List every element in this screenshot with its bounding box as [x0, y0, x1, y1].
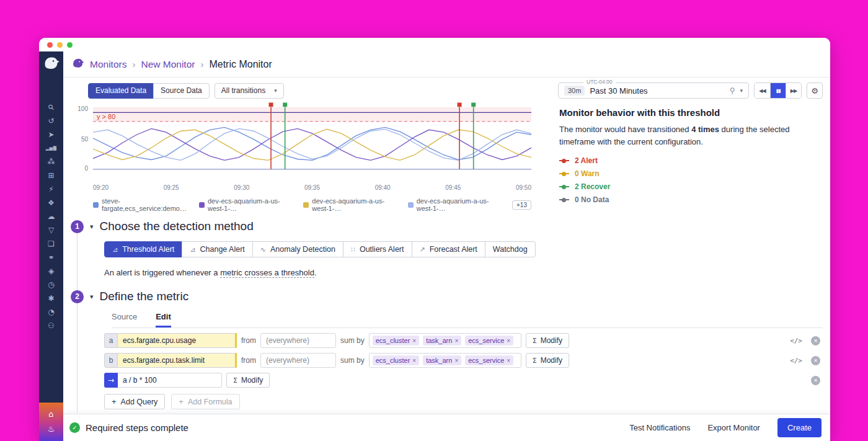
metric-name-input[interactable]: ecs.fargate.cpu.task.limit [118, 353, 237, 368]
legend-item[interactable]: dev-ecs-aquarium-a-us-west-1-… [303, 197, 397, 212]
tabs-divider [112, 327, 823, 328]
x-axis-tick: 09:45 [445, 184, 461, 191]
tab-edit[interactable]: Edit [156, 312, 171, 327]
compliance-icon[interactable]: ◷ [39, 278, 63, 292]
datadog-logo[interactable] [43, 56, 60, 73]
tab-source[interactable]: Source [112, 312, 137, 327]
sigma-icon: Σ [533, 357, 537, 365]
legend-swatch [93, 202, 99, 208]
infrastructure-icon[interactable]: ☁ [39, 210, 63, 223]
tag-chip[interactable]: ecs_cluster× [373, 355, 419, 365]
breadcrumb-separator-icon: › [132, 59, 135, 69]
collapse-chevron-icon[interactable]: ▾ [90, 293, 94, 301]
threshold-icon: ⊿ [112, 246, 118, 254]
legend-swatch [199, 202, 205, 208]
create-button[interactable]: Create [777, 418, 822, 437]
legend-item[interactable]: dev-ecs-aquarium-a-us-west-1-… [408, 197, 502, 212]
tag-chip[interactable]: task_arn× [423, 336, 461, 345]
modify-button[interactable]: ΣModify [526, 333, 569, 348]
timeframe-selector[interactable]: UTC-04:00 30m Past 30 Minutes ⚲ ▾ [558, 82, 749, 99]
tab-threshold-alert[interactable]: ⊿Threshold Alert [104, 241, 182, 257]
section-title: Define the metric [100, 290, 189, 303]
metric-editor-tabs: Source Edit [112, 312, 823, 327]
pause-button[interactable]: ▮▮ [770, 83, 786, 98]
tab-anomaly-detection[interactable]: ∿Anomaly Detection [252, 241, 343, 257]
remove-tag-icon[interactable]: × [454, 357, 458, 364]
tab-watchdog[interactable]: Watchdog [485, 241, 536, 257]
legend-more-button[interactable]: +13 [512, 200, 531, 210]
detection-method-tabs: ⊿Threshold Alert ⊿Change Alert ∿Anomaly … [104, 241, 536, 257]
dashboards-icon[interactable]: ▂▅▇ [39, 141, 63, 155]
remove-tag-icon[interactable]: × [412, 337, 416, 344]
code-icon[interactable]: </> [790, 337, 802, 345]
chart-canvas[interactable] [93, 102, 531, 183]
modify-button[interactable]: ΣModify [526, 353, 569, 368]
add-formula-button[interactable]: +Add Formula [171, 394, 239, 409]
from-label: from [241, 356, 256, 365]
scope-input[interactable]: (everywhere) [260, 333, 336, 348]
step-number-badge: 1 [71, 220, 84, 233]
window-minimize-button[interactable] [57, 42, 63, 48]
pin-icon[interactable]: ⚲ [730, 86, 735, 95]
breadcrumb: Monitors › New Monitor › Metric Monitor [63, 51, 830, 78]
window-zoom-button[interactable] [67, 42, 73, 48]
ci-icon[interactable]: ❏ [39, 237, 63, 251]
events-icon[interactable]: ➤ [39, 128, 63, 141]
modify-button[interactable]: ΣModify [226, 373, 270, 388]
synthetics-icon[interactable]: ⚭ [39, 251, 63, 264]
window-close-button[interactable] [47, 42, 53, 48]
formula-input[interactable]: a / b * 100 [118, 373, 222, 388]
chart-plot-area[interactable]: 100 50 0 y > 80 [71, 102, 531, 183]
check-circle-icon: ✓ [69, 422, 80, 433]
group-by-input[interactable]: ecs_cluster× task_arn× ecs_service× [369, 353, 521, 368]
evaluated-data-button[interactable]: Evaluated Data [88, 83, 154, 99]
add-query-button[interactable]: +Add Query [104, 394, 165, 409]
chevron-down-icon[interactable]: ▾ [740, 87, 743, 94]
remove-tag-icon[interactable]: × [454, 337, 458, 344]
tag-chip[interactable]: ecs_service× [465, 336, 513, 345]
logs-icon[interactable]: ▽ [39, 223, 63, 237]
integrations-icon[interactable]: ⊞ [39, 169, 63, 182]
test-notifications-button[interactable]: Test Notifications [629, 423, 690, 432]
legend-item[interactable]: steve-fargate,ecs_service:demo… [93, 197, 189, 212]
error-tracking-icon[interactable]: ✱ [39, 292, 63, 305]
remove-tag-icon[interactable]: × [412, 357, 416, 364]
breadcrumb-link-monitors[interactable]: Monitors [90, 59, 126, 70]
tag-chip[interactable]: ecs_service× [465, 355, 513, 365]
export-monitor-button[interactable]: Export Monitor [707, 423, 760, 432]
flame-icon[interactable]: ♨ [39, 424, 63, 435]
remove-tag-icon[interactable]: × [507, 357, 510, 364]
apm-icon[interactable]: ⚡ [39, 182, 63, 196]
service-map-icon[interactable]: ❖ [39, 196, 63, 210]
breadcrumb-link-new-monitor[interactable]: New Monitor [141, 59, 195, 70]
group-by-input[interactable]: ecs_cluster× task_arn× ecs_service× [369, 333, 521, 348]
stat-alert: 2 Alert [559, 156, 823, 165]
tab-change-alert[interactable]: ⊿Change Alert [182, 241, 253, 257]
scope-input[interactable]: (everywhere) [260, 353, 336, 368]
profiling-icon[interactable]: ⚇ [39, 319, 63, 332]
remove-formula-icon[interactable]: ✕ [811, 376, 820, 385]
forward-button[interactable]: ▶▶ [786, 83, 801, 98]
stat-label: 0 No Data [575, 195, 609, 204]
remove-query-icon[interactable]: ✕ [811, 356, 820, 365]
remove-query-icon[interactable]: ✕ [811, 336, 820, 345]
tag-chip[interactable]: task_arn× [423, 355, 461, 365]
buildings-icon[interactable]: ⌂ [39, 409, 63, 420]
settings-gear-button[interactable]: ⚙ [807, 82, 823, 99]
tag-chip[interactable]: ecs_cluster× [373, 336, 419, 345]
legend-swatch [408, 202, 414, 208]
code-icon[interactable]: </> [790, 357, 802, 365]
tab-outliers-alert[interactable]: ∷Outliers Alert [343, 241, 412, 257]
remove-tag-icon[interactable]: × [507, 337, 510, 344]
legend-item[interactable]: dev-ecs-aquarium-a-us-west-1-… [199, 197, 293, 212]
source-data-button[interactable]: Source Data [153, 83, 210, 99]
transitions-dropdown[interactable]: All transitions ▾ [215, 83, 284, 99]
formula-arrow-button[interactable]: → [104, 373, 118, 388]
rewind-button[interactable]: ◀◀ [755, 83, 770, 98]
watchdog-icon[interactable]: ⁂ [39, 155, 63, 169]
security-icon[interactable]: ◈ [39, 264, 63, 278]
monitors-icon[interactable]: ◔ [39, 305, 63, 319]
collapse-chevron-icon[interactable]: ▾ [90, 223, 94, 231]
tab-forecast-alert[interactable]: ↗Forecast Alert [412, 241, 485, 257]
metric-name-input[interactable]: ecs.fargate.cpu.usage [118, 333, 237, 348]
